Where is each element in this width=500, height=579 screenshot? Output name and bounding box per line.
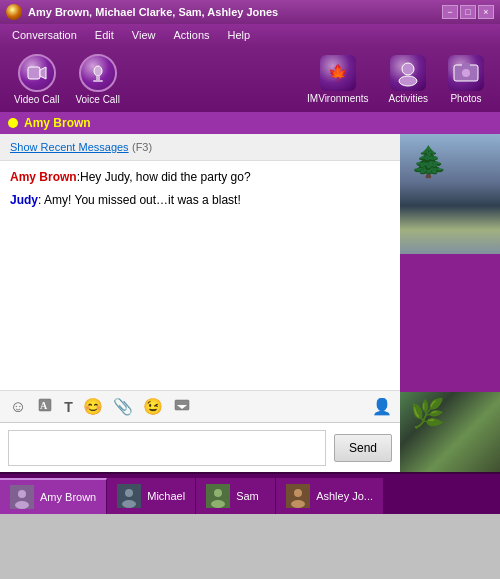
send-button[interactable]: Send: [334, 434, 392, 462]
message-input[interactable]: [8, 430, 326, 466]
photos-icon: [448, 55, 484, 91]
photos-button[interactable]: Photos: [440, 53, 492, 106]
tab-ashley[interactable]: Ashley Jo...: [276, 478, 384, 514]
contact-photo-bottom: [400, 392, 500, 472]
message-0: Amy Brown:Hey Judy, how did the party go…: [10, 169, 390, 186]
avatar-ashley: [286, 484, 310, 508]
menu-bar: Conversation Edit View Actions Help: [0, 24, 500, 46]
svg-text:A: A: [40, 400, 48, 411]
tab-label-ashley: Ashley Jo...: [316, 490, 373, 502]
activities-icon: [390, 55, 426, 91]
tab-bar: Amy Brown Michael Sam: [0, 472, 500, 514]
contact-photo-top: [400, 134, 500, 254]
svg-rect-4: [93, 80, 103, 82]
avatar-amy: [10, 485, 34, 509]
voice-call-icon: [79, 54, 117, 92]
tab-michael[interactable]: Michael: [107, 478, 196, 514]
emoji-button[interactable]: ☺: [8, 396, 28, 418]
show-recent-shortcut: (F3): [132, 141, 152, 153]
messages-container: Amy Brown:Hey Judy, how did the party go…: [0, 161, 400, 390]
input-area: Send: [0, 422, 400, 472]
toolbar: Video Call Voice Call 🍁 IMVironments Act…: [0, 46, 500, 112]
menu-edit[interactable]: Edit: [87, 27, 122, 43]
video-call-icon: [18, 54, 56, 92]
svg-point-21: [214, 489, 222, 497]
menu-conversation[interactable]: Conversation: [4, 27, 85, 43]
sidebar-photo: [400, 134, 500, 472]
imvironments-icon: 🍁: [320, 55, 356, 91]
tab-label-sam: Sam: [236, 490, 259, 502]
show-recent-bar: Show Recent Messages (F3): [0, 134, 400, 161]
chat-area: Show Recent Messages (F3) Amy Brown:Hey …: [0, 134, 400, 472]
video-call-button[interactable]: Video Call: [8, 52, 65, 107]
text-0: Hey Judy, how did the party go?: [80, 170, 251, 184]
svg-point-5: [402, 63, 414, 75]
tab-label-michael: Michael: [147, 490, 185, 502]
font-color-button[interactable]: A: [34, 394, 56, 420]
show-recent-link[interactable]: Show Recent Messages: [10, 141, 129, 153]
imvironments-button[interactable]: 🍁 IMVironments: [299, 53, 377, 106]
contact-icon: 👤: [372, 397, 392, 416]
svg-marker-1: [40, 67, 46, 79]
app-icon: [6, 4, 22, 20]
svg-point-19: [122, 500, 136, 508]
activities-button[interactable]: Activities: [381, 53, 436, 106]
status-dot: [8, 118, 18, 128]
tab-label-amy: Amy Brown: [40, 491, 96, 503]
input-toolbar: ☺ A T 😊 📎 😉 👤: [0, 390, 400, 422]
main-area: Show Recent Messages (F3) Amy Brown:Hey …: [0, 134, 500, 472]
voice-call-button[interactable]: Voice Call: [69, 52, 125, 107]
svg-point-22: [211, 500, 225, 508]
text-1: Amy! You missed out…it was a blast!: [44, 193, 241, 207]
attachment-button[interactable]: 📎: [111, 395, 135, 418]
menu-view[interactable]: View: [124, 27, 164, 43]
svg-point-15: [18, 490, 26, 498]
svg-rect-9: [462, 63, 470, 67]
minimize-button[interactable]: −: [442, 5, 458, 19]
more-button[interactable]: [171, 394, 193, 420]
menu-help[interactable]: Help: [220, 27, 259, 43]
svg-point-6: [399, 76, 417, 86]
svg-point-2: [94, 66, 102, 76]
sender-0: Amy Brown: [10, 170, 77, 184]
sender-1: Judy: [10, 193, 38, 207]
tab-amy[interactable]: Amy Brown: [0, 478, 107, 514]
avatar-michael: [117, 484, 141, 508]
svg-point-24: [294, 489, 302, 497]
svg-rect-0: [28, 67, 40, 79]
svg-point-16: [15, 501, 29, 509]
svg-point-18: [125, 489, 133, 497]
tab-sam[interactable]: Sam: [196, 478, 276, 514]
title-bar: Amy Brown, Michael Clarke, Sam, Ashley J…: [0, 0, 500, 24]
svg-point-8: [462, 69, 470, 77]
svg-point-25: [291, 500, 305, 508]
emoticon-button[interactable]: 😊: [81, 395, 105, 418]
close-button[interactable]: ×: [478, 5, 494, 19]
font-size-button[interactable]: T: [62, 397, 75, 417]
status-bar: Amy Brown: [0, 112, 500, 134]
message-1: Judy: Amy! You missed out…it was a blast…: [10, 192, 390, 209]
window-title: Amy Brown, Michael Clarke, Sam, Ashley J…: [28, 6, 278, 18]
avatar-sam: [206, 484, 230, 508]
maximize-button[interactable]: □: [460, 5, 476, 19]
menu-actions[interactable]: Actions: [165, 27, 217, 43]
svg-rect-3: [96, 76, 100, 80]
wink-button[interactable]: 😉: [141, 395, 165, 418]
status-name: Amy Brown: [24, 116, 91, 130]
